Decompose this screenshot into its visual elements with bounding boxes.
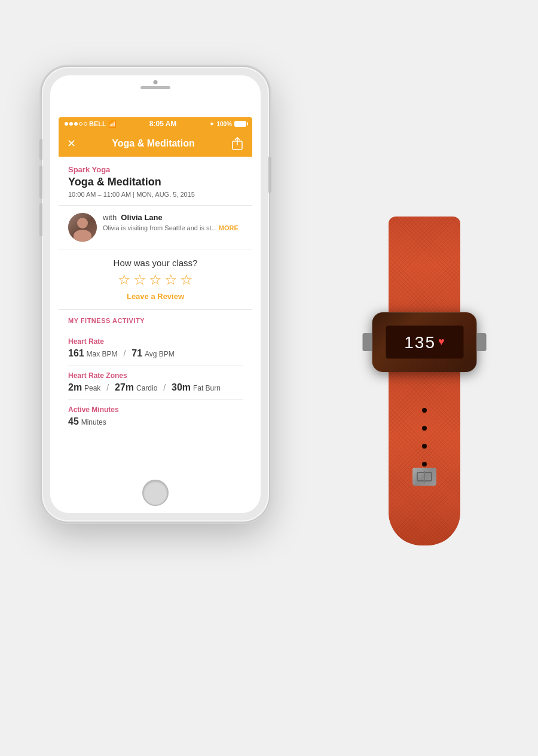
heart-rate-zones-value: 2m Peak / 27m Cardio / 30m Fat Burn bbox=[68, 382, 243, 393]
power-button bbox=[268, 157, 271, 193]
star-3[interactable]: ☆ bbox=[149, 273, 162, 287]
nav-bar: ✕ Yoga & Meditation bbox=[59, 130, 252, 157]
home-button[interactable] bbox=[142, 480, 169, 506]
instructor-info: with Olivia Lane Olivia is visiting from… bbox=[103, 213, 243, 233]
burn-unit: Fat Burn bbox=[193, 384, 221, 392]
max-bpm-value: 161 bbox=[68, 348, 84, 358]
instructor-with-label: with Olivia Lane bbox=[103, 213, 243, 222]
signal-dot-3 bbox=[74, 122, 78, 126]
divider-3: / bbox=[163, 383, 166, 392]
minutes-value: 45 bbox=[68, 416, 79, 426]
star-rating[interactable]: ☆ ☆ ☆ ☆ ☆ bbox=[68, 273, 243, 287]
nav-title: Yoga & Meditation bbox=[112, 138, 194, 149]
phone-screen: BELL 📶 8:05 AM ✦ 100% ✕ Yoga & bbox=[59, 117, 252, 471]
watch-display-number: 135 bbox=[404, 333, 436, 352]
divider-2: / bbox=[106, 383, 109, 392]
volume-down-button bbox=[39, 203, 42, 236]
heart-rate-zones-row: Heart Rate Zones 2m Peak / 27m Cardio / … bbox=[68, 365, 243, 400]
instructor-name: Olivia Lane bbox=[121, 213, 162, 222]
star-5[interactable]: ☆ bbox=[180, 273, 193, 287]
peak-unit: Peak bbox=[84, 384, 100, 392]
heart-rate-value: 161 Max BPM / 71 Avg BPM bbox=[68, 348, 243, 359]
phone-inner: BELL 📶 8:05 AM ✦ 100% ✕ Yoga & bbox=[50, 75, 261, 513]
leave-review-link[interactable]: Leave a Review bbox=[68, 292, 243, 301]
instructor-avatar bbox=[68, 213, 97, 242]
band-hole-2 bbox=[422, 426, 427, 431]
signal-dot-1 bbox=[65, 122, 68, 126]
active-minutes-label: Active Minutes bbox=[68, 406, 243, 414]
fitness-section-title: MY FITNESS ACTIVITY bbox=[68, 317, 243, 324]
instructor-section: with Olivia Lane Olivia is visiting from… bbox=[59, 206, 252, 249]
studio-name: Spark Yoga bbox=[68, 165, 243, 174]
watch-clasp-right bbox=[477, 333, 487, 351]
minutes-unit: Minutes bbox=[81, 418, 106, 426]
volume-up-button bbox=[39, 166, 42, 199]
fitbit-watch: 135 ♥ bbox=[323, 217, 526, 545]
wifi-icon: 📶 bbox=[108, 120, 117, 128]
review-question: How was your class? bbox=[68, 258, 243, 268]
status-bar: BELL 📶 8:05 AM ✦ 100% bbox=[59, 117, 252, 130]
battery-percent: 100% bbox=[216, 121, 232, 127]
screen-content: Spark Yoga Yoga & Meditation 10:00 AM – … bbox=[59, 157, 252, 471]
watch-band-bottom bbox=[389, 360, 460, 545]
status-right: ✦ 100% bbox=[209, 121, 246, 127]
buckle-pin bbox=[424, 471, 425, 483]
watch-heart-icon: ♥ bbox=[438, 336, 445, 348]
peak-value: 2m bbox=[68, 382, 82, 392]
avatar-image bbox=[68, 213, 97, 242]
battery-fill bbox=[235, 121, 246, 126]
active-minutes-value: 45 Minutes bbox=[68, 416, 243, 427]
front-camera bbox=[154, 80, 158, 84]
class-name: Yoga & Meditation bbox=[68, 176, 243, 188]
heart-rate-label: Heart Rate bbox=[68, 337, 243, 346]
fitness-section: MY FITNESS ACTIVITY Heart Rate 161 Max B… bbox=[59, 310, 252, 433]
share-button[interactable] bbox=[231, 137, 244, 150]
burn-value: 30m bbox=[172, 382, 191, 392]
with-text: with bbox=[103, 213, 117, 222]
star-4[interactable]: ☆ bbox=[164, 273, 178, 287]
watch-body: 135 ♥ bbox=[372, 312, 477, 372]
class-info-section: Spark Yoga Yoga & Meditation 10:00 AM – … bbox=[59, 157, 252, 206]
cardio-value: 27m bbox=[115, 382, 134, 392]
class-schedule: 10:00 AM – 11:00 AM | MON, AUG. 5, 2015 bbox=[68, 191, 243, 198]
main-scene: BELL 📶 8:05 AM ✦ 100% ✕ Yoga & bbox=[24, 49, 514, 707]
band-hole-4 bbox=[422, 462, 427, 467]
star-1[interactable]: ☆ bbox=[118, 273, 131, 287]
review-section: How was your class? ☆ ☆ ☆ ☆ ☆ Leave a Re… bbox=[59, 249, 252, 310]
signal-dot-2 bbox=[69, 122, 73, 126]
status-time: 8:05 AM bbox=[149, 120, 177, 128]
speaker-grille bbox=[140, 86, 170, 89]
carrier-label: BELL bbox=[89, 120, 106, 127]
avg-bpm-value: 71 bbox=[132, 348, 142, 358]
heart-rate-zones-label: Heart Rate Zones bbox=[68, 371, 243, 380]
more-link[interactable]: MORE bbox=[219, 224, 239, 231]
mute-button bbox=[39, 139, 42, 160]
divider-1: / bbox=[124, 349, 126, 358]
band-hole-3 bbox=[422, 444, 427, 449]
signal-dot-4 bbox=[79, 122, 82, 126]
status-left: BELL 📶 bbox=[65, 120, 117, 128]
avg-bpm-unit: Avg BPM bbox=[145, 350, 175, 358]
watch-clasp-left bbox=[363, 333, 372, 351]
watch-buckle bbox=[412, 468, 436, 486]
star-2[interactable]: ☆ bbox=[133, 273, 146, 287]
max-bpm-unit: Max BPM bbox=[87, 350, 118, 358]
heart-rate-row: Heart Rate 161 Max BPM / 71 Avg BPM bbox=[68, 331, 243, 365]
signal-dot-5 bbox=[84, 122, 87, 126]
battery-icon bbox=[234, 121, 246, 127]
bluetooth-icon: ✦ bbox=[209, 121, 214, 127]
band-hole-1 bbox=[422, 408, 427, 413]
bio-text: Olivia is visiting from Seattle and is s… bbox=[103, 224, 217, 231]
active-minutes-row: Active Minutes 45 Minutes bbox=[68, 400, 243, 433]
close-button[interactable]: ✕ bbox=[67, 137, 76, 150]
phone: BELL 📶 8:05 AM ✦ 100% ✕ Yoga & bbox=[42, 67, 269, 522]
watch-screen: 135 ♥ bbox=[386, 326, 463, 359]
instructor-bio: Olivia is visiting from Seattle and is s… bbox=[103, 224, 243, 233]
signal-dots bbox=[65, 122, 87, 126]
cardio-unit: Cardio bbox=[136, 384, 157, 392]
